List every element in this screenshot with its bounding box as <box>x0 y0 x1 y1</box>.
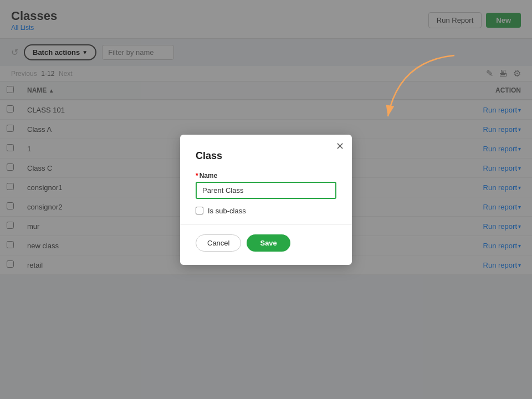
name-input[interactable] <box>196 182 336 199</box>
required-star: * <box>196 172 198 180</box>
class-modal: Class ✕ *Name Is sub-class Cancel Save <box>180 135 352 265</box>
subclass-label: Is sub-class <box>208 207 246 215</box>
modal-actions: Cancel Save <box>196 234 336 252</box>
subclass-checkbox[interactable] <box>196 207 203 214</box>
subclass-row: Is sub-class <box>196 207 336 215</box>
name-label: *Name <box>196 172 336 180</box>
save-button[interactable]: Save <box>247 234 290 252</box>
modal-overlay: Class ✕ *Name Is sub-class Cancel Save <box>0 0 532 275</box>
name-field: *Name <box>196 172 336 199</box>
modal-divider <box>180 224 352 224</box>
modal-close-button[interactable]: ✕ <box>336 141 344 151</box>
cancel-button[interactable]: Cancel <box>196 234 241 252</box>
modal-title: Class <box>196 150 336 162</box>
